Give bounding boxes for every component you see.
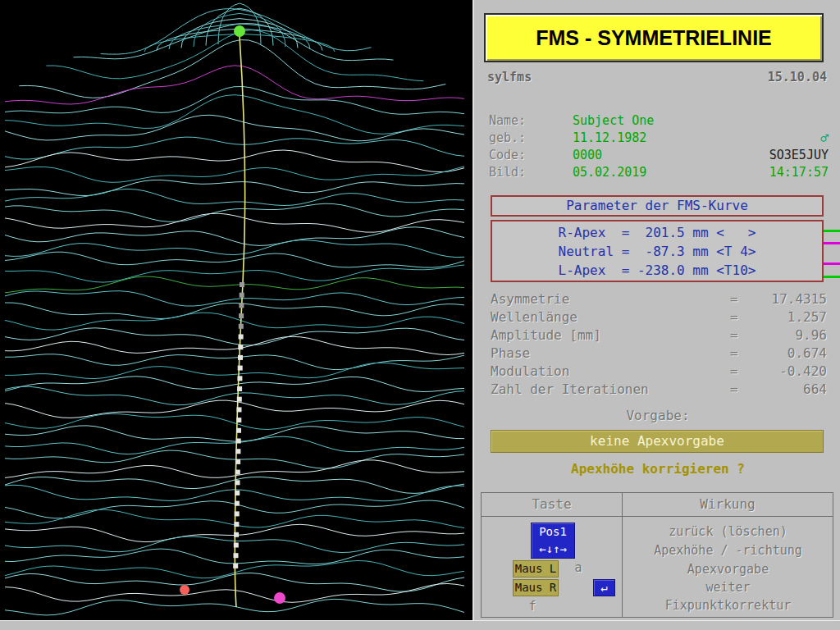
neutral-value: Neutral = -87.3 mm <T 4> — [559, 242, 756, 261]
key-column-header: Taste — [482, 493, 623, 516]
equals-sign: = — [730, 381, 751, 399]
fms-curve-parameter-box: R-Apex = 201.5 mm < > Neutral = -87.3 mm… — [491, 220, 824, 282]
enter-key-icon: ↵ — [593, 579, 615, 596]
key-table-header: Taste Wirkung — [482, 493, 833, 517]
patient-birth-row: geb.: 11.12.1982 ♂ — [474, 130, 840, 148]
stat-label: Amplitude [mm] — [491, 326, 730, 345]
info-panel: FMS - SYMMETRIELINIE sylfms 15.10.04 Nam… — [472, 0, 840, 620]
apex-level-marker — [824, 242, 840, 244]
key-column: Pos1 ←↓↑→ Maus L a Maus R ↵ f — [482, 517, 623, 617]
equals-sign: = — [730, 326, 751, 345]
apex-level-marker — [824, 276, 840, 278]
patient-code-row: Code: 0000 SO3E5JUY — [474, 148, 840, 165]
back-contour-svg — [0, 0, 472, 620]
back-scan-view[interactable] — [0, 0, 472, 620]
version-date: 15.10.04 — [768, 70, 827, 84]
code-value: 0000 — [573, 148, 602, 162]
stat-value: 1.257 — [751, 308, 827, 326]
image-date: 05.02.2019 — [573, 165, 646, 180]
arrow-keys-label: ←↓↑→ — [532, 541, 574, 558]
stat-value: 0.674 — [751, 345, 827, 363]
stat-value: 17.4315 — [751, 290, 827, 308]
patient-image-row: Bild: 05.02.2019 14:17:57 — [474, 165, 840, 182]
stat-label: Asymmetrie — [491, 290, 730, 308]
app-name: sylfms — [487, 70, 532, 84]
keine-apexvorgabe-button[interactable]: keine Apexvorgabe — [491, 430, 824, 453]
key-help-table: Taste Wirkung Pos1 ←↓↑→ Maus L a Maus R … — [481, 492, 833, 618]
key-a-label: a — [570, 560, 587, 578]
key-action-label: Fixpunktkorrektur — [623, 597, 833, 614]
stat-label: Modulation — [491, 363, 730, 381]
stat-label: Zahl der Iterationen — [491, 381, 730, 399]
home-arrow-keys-icon: Pos1 ←↓↑→ — [531, 523, 575, 559]
stat-row: Zahl der Iterationen = 664 — [474, 381, 840, 399]
code-label: Code: — [489, 148, 526, 162]
stat-label: Phase — [491, 345, 730, 363]
mouse-left-key-icon: Maus L — [513, 560, 559, 578]
subheader: sylfms 15.10.04 — [487, 70, 827, 84]
apex-level-marker — [824, 262, 840, 265]
equals-sign: = — [730, 290, 751, 308]
birth-value: 11.12.1982 — [573, 130, 646, 145]
image-time: 14:17:57 — [769, 165, 829, 180]
parameter-box-title: Parameter der FMS-Kurve — [491, 195, 824, 217]
image-label: Bild: — [489, 165, 526, 180]
fms-app-window: FMS - SYMMETRIELINIE sylfms 15.10.04 Nam… — [0, 0, 840, 630]
patient-name-row: Name: Subject One — [474, 113, 840, 130]
apex-question: Apexhöhe korrigieren ? — [474, 461, 840, 477]
name-label: Name: — [489, 113, 526, 128]
key-action-label: Apexhöhe / -richtung — [623, 542, 833, 559]
stat-row: Phase = 0.674 — [474, 345, 840, 363]
stat-label: Wellenlänge — [491, 308, 730, 326]
patient-info: Name: Subject One geb.: 11.12.1982 ♂ Cod… — [474, 113, 840, 182]
bottom-bar — [0, 620, 840, 630]
r-apex-value: R-Apex = 201.5 mm < > — [559, 223, 756, 242]
code-id: SO3E5JUY — [769, 148, 829, 162]
key-action-label: Apexvorgabe — [623, 561, 833, 578]
vorgabe-label: Vorgabe: — [474, 408, 840, 423]
key-table-body: Pos1 ←↓↑→ Maus L a Maus R ↵ f zurück (lö… — [482, 517, 833, 617]
stat-value: -0.420 — [751, 363, 827, 381]
stat-row: Wellenlänge = 1.257 — [474, 308, 840, 326]
key-action-label: weiter — [623, 579, 833, 596]
home-key-label: Pos1 — [532, 523, 574, 541]
stat-row: Asymmetrie = 17.4315 — [474, 290, 840, 308]
birth-label: geb.: — [489, 130, 526, 145]
title-banner: FMS - SYMMETRIELINIE — [484, 13, 824, 62]
stat-row: Amplitude [mm] = 9.96 — [474, 326, 840, 345]
equals-sign: = — [730, 363, 751, 381]
stats-block: Asymmetrie = 17.4315 Wellenlänge = 1.257… — [474, 290, 840, 399]
male-symbol-icon: ♂ — [820, 130, 829, 146]
stat-value: 664 — [751, 381, 827, 399]
mouse-right-key-icon: Maus R — [513, 579, 559, 596]
name-value: Subject One — [573, 113, 654, 128]
equals-sign: = — [730, 308, 751, 326]
key-action-label: zurück (löschen) — [623, 523, 833, 540]
apex-level-marker — [824, 230, 840, 232]
equals-sign: = — [730, 345, 751, 363]
stat-value: 9.96 — [751, 326, 827, 345]
key-f-label: f — [524, 599, 541, 615]
action-column-header: Wirkung — [623, 493, 833, 516]
page-title: FMS - SYMMETRIELINIE — [536, 26, 772, 50]
action-column: zurück (löschen) Apexhöhe / -richtung Ap… — [623, 517, 833, 617]
l-apex-value: L-Apex = -238.0 mm <T10> — [559, 261, 756, 280]
stat-row: Modulation = -0.420 — [474, 363, 840, 381]
